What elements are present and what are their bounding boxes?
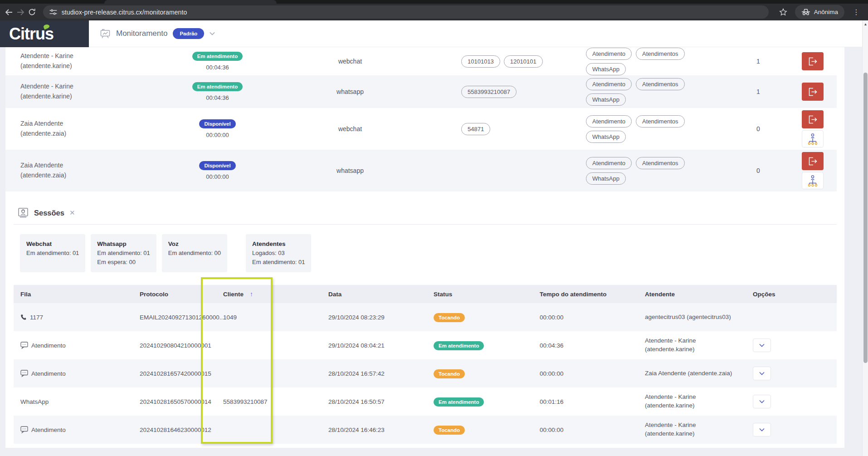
queue-hierarchy-button[interactable] (802, 130, 824, 147)
sessions-table-header: Fila Protocolo Cliente↑ Data Status Temp… (14, 285, 837, 303)
agent-channel: whatsapp (244, 167, 457, 174)
status-time: 00:00:00 (206, 173, 229, 180)
status-time: 00:04:36 (206, 94, 229, 101)
org-chart-icon (807, 175, 819, 187)
queue-hierarchy-button[interactable] (802, 172, 824, 189)
column-header-cliente[interactable]: Cliente↑ (210, 290, 315, 298)
status-badge: Em atendimento (434, 341, 484, 350)
data-cell: 28/10/2024 16:46:23 (315, 427, 420, 433)
incognito-profile-chip[interactable]: Anônima (795, 5, 844, 19)
forward-icon (16, 9, 24, 16)
data-cell: 28/10/2024 16:50:57 (315, 398, 420, 405)
scrollbar-thumb[interactable] (863, 73, 868, 363)
agent-name: Zaia Atendente (20, 119, 191, 129)
agent-phones: 10101013 12010101 (457, 55, 586, 68)
opcoes-cell (739, 423, 837, 436)
column-header-atendente: Atendente (631, 291, 739, 298)
queue-tag: Atendimentos (636, 48, 685, 60)
row-options-button[interactable] (753, 367, 771, 380)
close-sessions-button[interactable]: ✕ (69, 209, 75, 217)
protocolo-cell: 202410281650570000014 (126, 398, 210, 405)
row-options-button[interactable] (753, 395, 771, 408)
agent-queues: Atendimento Atendimentos WhatsApp (586, 78, 692, 106)
logout-icon (808, 57, 817, 66)
scroll-up-arrow[interactable]: ▲ (863, 20, 868, 28)
status-badge: Tocando (434, 369, 465, 378)
phone-pill: 10101013 (461, 55, 500, 68)
session-count: 1 (740, 58, 776, 65)
star-icon (779, 8, 787, 16)
fila-label: Atendimento (31, 342, 66, 349)
fila-cell: WhatsApp (14, 398, 126, 405)
fila-label: WhatsApp (20, 398, 49, 405)
agent-queues: Atendimento Atendimentos WhatsApp (586, 157, 692, 185)
fila-label: Atendimento (31, 427, 66, 433)
agent-name: Zaia Atendente (20, 161, 191, 171)
logout-agent-button[interactable] (802, 83, 824, 101)
logout-icon (808, 115, 817, 124)
session-row: 1177 EMAIL202409271301260000... 1049 29/… (14, 303, 837, 331)
phone-pill: 54871 (461, 123, 490, 135)
row-options-button[interactable] (753, 423, 771, 436)
bookmark-star-button[interactable] (776, 5, 790, 19)
fila-cell: Atendimento (14, 426, 126, 433)
agent-status-cell: Em atendimento 00:04:36 (191, 52, 244, 71)
agent-name-cell: Zaia Atendente (atendente.zaia) (5, 119, 191, 138)
browser-toolbar: studiox-pre-release.citrus.cx/monitorame… (0, 4, 868, 20)
page-header: Monitoramento Padrão (89, 20, 868, 47)
divider (14, 224, 837, 225)
tempo-cell: 00:04:36 (526, 342, 631, 349)
agent-name: Atendente - Karine (20, 51, 191, 61)
column-header-protocolo: Protocolo (126, 291, 210, 298)
atendente-line: Atendente - Karine (645, 337, 739, 345)
reload-button[interactable] (27, 5, 37, 19)
site-settings-icon[interactable] (49, 9, 57, 15)
chevron-down-icon (759, 372, 765, 375)
logout-agent-button[interactable] (802, 152, 824, 170)
agent-login: (atendente.zaia) (20, 129, 191, 139)
agent-name-cell: Zaia Atendente (atendente.zaia) (5, 161, 191, 180)
chat-bubble-icon (20, 342, 29, 349)
tempo-cell: 00:00:00 (526, 427, 631, 433)
opcoes-cell (739, 338, 837, 352)
queue-tag: Atendimento (586, 48, 632, 60)
atendente-line: Zaia Atendente (atendente.zaia) (645, 369, 739, 378)
queue-tag: Atendimento (586, 115, 632, 127)
chat-bubble-icon (20, 370, 29, 377)
queue-tag: Atendimento (586, 78, 632, 90)
agent-login: (atendente.karine) (20, 92, 191, 102)
column-header-data: Data (315, 291, 420, 298)
vertical-scrollbar[interactable]: ▲ (862, 20, 868, 456)
session-row: Atendimento 202410281657420000015 28/10/… (14, 359, 837, 387)
chevron-down-icon (759, 428, 765, 431)
back-button[interactable] (5, 5, 14, 19)
row-options-button[interactable] (753, 338, 771, 352)
summary-card-line: Em atendimento: 01 (26, 249, 79, 258)
status-badge: Em atendimento (192, 82, 243, 91)
status-badge: Disponível (199, 161, 235, 170)
logout-agent-button[interactable] (802, 110, 824, 128)
phone-icon (20, 314, 27, 321)
address-bar[interactable]: studiox-pre-release.citrus.cx/monitorame… (43, 5, 769, 19)
agent-name-cell: Atendente - Karine (atendente.karine) (5, 82, 191, 101)
agent-channel: webchat (244, 125, 457, 132)
browser-menu-button[interactable]: ⋮ (849, 5, 863, 19)
forward-button[interactable] (16, 5, 25, 19)
summary-card-title: Whatsapp (97, 240, 150, 249)
cliente-cell: 1049 (210, 314, 315, 321)
agent-row: Zaia Atendente (atendente.zaia) Disponív… (5, 108, 837, 150)
logout-agent-button[interactable] (802, 52, 824, 70)
content-container: Atendente - Karine (atendente.karine) Em… (5, 47, 844, 448)
summary-card: Atendentes Logados: 03 Em atendimento: 0… (246, 234, 311, 272)
chevron-down-icon[interactable] (210, 32, 215, 35)
status-badge: Disponível (199, 119, 235, 128)
agent-channel: whatsapp (244, 88, 457, 95)
column-header-status: Status (420, 291, 526, 298)
sessions-table: Fila Protocolo Cliente↑ Data Status Temp… (14, 285, 837, 444)
citrus-logo[interactable]: Citrus (0, 20, 89, 47)
active-tab[interactable] (104, 0, 277, 4)
phone-pill: 5583993210087 (461, 86, 517, 98)
sort-ascending-icon[interactable]: ↑ (250, 290, 253, 298)
logout-icon (808, 88, 817, 96)
data-cell: 28/10/2024 16:57:42 (315, 370, 420, 377)
